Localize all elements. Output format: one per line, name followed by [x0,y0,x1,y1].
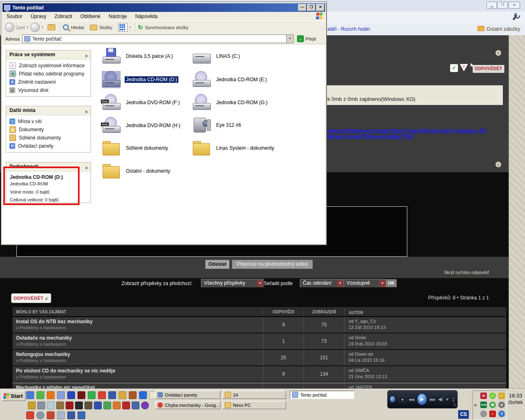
home-icon[interactable] [47,411,55,419]
restore-player-icon[interactable]: ❐ [453,404,456,407]
other-bookmarks[interactable]: Ostatní záložky [477,26,520,32]
full-editor-button[interactable]: Přepnout na plnohodnotný editor [232,260,313,269]
play-button[interactable]: ▶ [417,393,427,405]
up-button[interactable] [48,24,55,30]
search-icon[interactable] [63,24,69,30]
start-button[interactable]: Start [2,390,26,401]
file-item[interactable]: LINAS (C:) [192,48,241,65]
m-game-icon[interactable] [66,402,73,409]
menu-upravy[interactable]: Úpravy [27,14,50,19]
icq-clover-icon[interactable]: ✽ [489,402,496,408]
sync-icon[interactable]: ↻ [138,24,143,31]
game-icon[interactable] [56,402,64,409]
icq-icon[interactable] [37,391,44,399]
game2-icon[interactable] [84,402,92,409]
menu-napoveda[interactable]: Nápověda [131,14,162,19]
browser-restore-button[interactable]: ❐ [497,2,508,9]
monitor-icon[interactable] [78,411,85,419]
go-label[interactable]: Přejít [306,37,316,41]
utorrent-icon[interactable] [88,391,96,399]
tray-expand-icon[interactable]: « [474,402,477,407]
volume-icon[interactable]: ◀) [438,397,443,402]
forward-button[interactable]: → [30,23,40,32]
menu-oblibene[interactable]: Oblíbené [76,14,105,19]
volume-tray-icon[interactable]: ♪ [480,411,487,417]
collapse-chevron-icon[interactable]: « [82,110,91,113]
stop-button[interactable]: ■ [399,397,406,402]
language-indicator[interactable]: CS [458,410,469,419]
ok-button[interactable]: OK [386,279,397,287]
mp3-icon[interactable] [75,402,83,409]
sims-icon[interactable] [103,402,111,409]
reply-button-bottom[interactable]: ODPOVĚDĚT ↙ [11,293,51,303]
taskbar-button-folder-14[interactable]: 14 [222,390,286,399]
deskband-resize[interactable]: ▲▼ [452,397,455,402]
chevron-down-icon[interactable]: ▼ [445,397,449,402]
topic-link[interactable]: Po vložení CD do mechaniky se nic neděje [16,368,263,374]
topic-link[interactable]: Nefungujou mechaniky [16,351,263,358]
address-field[interactable]: Tento počítač ▼ [22,34,294,43]
flame-icon[interactable] [113,402,121,409]
topic-link[interactable]: Ovladače na mechaniky [16,335,263,341]
close-button[interactable]: ✕ [316,4,324,11]
file-item[interactable]: DVD Jednotka DVD-ROM (H:) [102,117,182,134]
buildings-icon[interactable] [37,402,45,409]
file-item[interactable]: Jednotka CD-ROM (E:) [192,71,268,88]
antivirus-umbrella-icon[interactable]: ∩ [489,411,496,417]
file-item[interactable]: DVD Jednotka DVD-ROM (F:) [102,94,181,111]
firefox-icon[interactable] [47,391,55,399]
chrome-icon[interactable] [26,411,34,419]
sidebar-item-system-info[interactable]: ✓Zobrazit systémové informace [6,62,91,70]
sort-select[interactable]: Čas odeslání▼ [300,279,344,288]
reply-button-top[interactable]: ODPOVĚDĚT [472,65,504,73]
browser-close-button[interactable]: ✕ [509,2,520,9]
menu-soubor[interactable]: Soubor [2,14,27,19]
filter-select[interactable]: Všechny příspěvky▼ [201,279,264,288]
scroll-top-button-2[interactable]: ▲ [495,162,501,167]
display-icon[interactable] [108,391,116,399]
spade-icon[interactable] [94,402,102,409]
numeral-4-icon[interactable] [139,391,147,399]
sidebar-item-change-settings[interactable]: ⚙Změnit nastavení [6,78,91,86]
sidebar-item-add-remove[interactable]: ▦Přidat nebo odebrat programy [6,70,91,78]
update-ok-icon[interactable]: ✓ [489,393,496,399]
compass-icon[interactable] [37,411,44,419]
glove-icon[interactable] [129,391,137,399]
daemon-tools-icon[interactable] [78,391,85,399]
bookmark-item[interactable]: aláři - Rozvrh hodin [327,26,370,32]
go-icon[interactable]: → [297,35,304,42]
security-alert-icon[interactable]: ✕ [480,393,487,399]
topic-link[interactable]: Instal OS do NTB bez mechaniky [16,318,263,325]
signature-line-2[interactable]: kázané znaky*Filmová hlídka*TOP [327,134,486,139]
file-item[interactable]: Jednotka CD-ROM (G:) [192,94,269,111]
taskbar-button-control-panel[interactable]: Ovládací panely [155,390,221,399]
paint-icon[interactable] [28,402,36,409]
calendar-icon[interactable] [47,402,55,409]
chevron-down-icon[interactable]: ▼ [129,26,132,29]
minimize-button[interactable]: — [298,4,306,11]
help-shield-icon[interactable]: ? [498,411,505,417]
order-select[interactable]: Vzestupně▼ [344,279,386,288]
hide-quick-reply-link[interactable]: Skrýt rychlou odpověď [444,270,489,275]
star-icon[interactable] [122,402,130,409]
hub-icon[interactable]: HUB [480,402,487,408]
show-desktop-icon[interactable] [57,391,65,399]
explorer-titlebar[interactable]: Tento počítač — ❐ ✕ [2,3,325,12]
folders-icon[interactable] [90,25,97,30]
sidebar-item-network[interactable]: ◫Místa v síti [6,117,91,126]
collapse-chevron-icon[interactable]: « [82,55,91,57]
browser-minimize-button[interactable]: ▁ [486,2,497,9]
taskbar-button-nexx-pc[interactable]: Nexx PC [222,401,286,409]
file-item[interactable]: Linas System - dokumenty [192,140,275,156]
crest-icon[interactable] [67,411,75,419]
post-approved-icon[interactable]: ✓ [450,64,458,72]
back-button[interactable]: ← [5,23,14,32]
shield-icon[interactable] [132,402,139,409]
views-button[interactable] [118,23,128,32]
file-item[interactable]: Eye 312 #6 [192,117,242,133]
chevron-down-icon[interactable]: ▼ [41,26,44,29]
signature-links[interactable]: výhrou*Rubikova kostka*Sam Coupé*Skrytí … [327,128,486,139]
file-item[interactable]: Disketa 3,5 palce (A:) [102,48,174,65]
sidebar-item-documents[interactable]: ▤Dokumenty [6,126,91,134]
chrome-icon[interactable] [98,391,106,399]
